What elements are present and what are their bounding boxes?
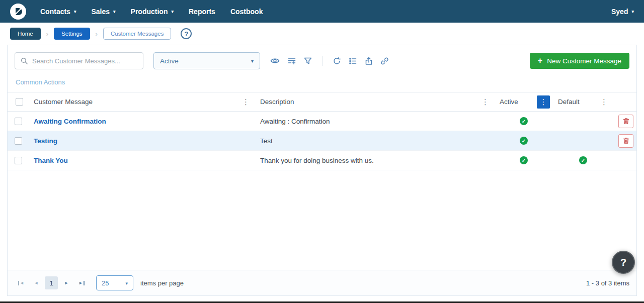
floating-help-button[interactable]: ?: [612, 251, 635, 274]
column-header-customer-message: Customer Message: [34, 98, 93, 106]
description-cell: Test: [255, 131, 495, 151]
chevron-right-icon: ›: [96, 30, 98, 38]
app-screen: Contacts ▾ Sales ▾ Production ▾ Reports …: [0, 0, 644, 303]
description-cell: Thank you for doing business with us.: [255, 151, 495, 170]
nav-item-reports[interactable]: Reports: [189, 8, 215, 16]
brand-logo[interactable]: [10, 4, 26, 20]
breadcrumb-settings[interactable]: Settings: [54, 28, 90, 40]
column-menu-icon[interactable]: ⋮: [479, 98, 492, 106]
delete-button[interactable]: [618, 134, 633, 148]
active-check-icon: ✓: [520, 156, 528, 164]
filter-icon[interactable]: [304, 57, 312, 65]
select-all-checkbox[interactable]: [16, 98, 23, 106]
customer-message-link[interactable]: Testing: [34, 137, 57, 145]
link-icon[interactable]: [380, 57, 389, 65]
active-check-icon: ✓: [520, 137, 528, 145]
next-page-button[interactable]: ►: [60, 276, 73, 289]
breadcrumb: Home › Settings › Customer Messages ?: [0, 23, 644, 45]
search-icon: [20, 57, 28, 65]
items-range-label: 1 - 3 of 3 items: [586, 279, 629, 287]
caret-down-icon: ▾: [113, 10, 116, 14]
toolbar-divider: [322, 56, 323, 66]
common-actions-link[interactable]: Common Actions: [8, 73, 73, 92]
customer-messages-table: Customer Message ⋮ Description ⋮ Active: [8, 92, 636, 170]
prev-page-button[interactable]: ◄: [30, 276, 43, 289]
new-customer-message-button[interactable]: + New Customer Message: [530, 53, 629, 69]
delete-button[interactable]: [618, 115, 633, 128]
grid-toolbar: Active ▾: [8, 45, 636, 73]
page-size-dropdown[interactable]: 25 ▾: [96, 275, 133, 290]
nav-item-contacts[interactable]: Contacts ▾: [40, 8, 76, 16]
toolbar-icons: [270, 56, 389, 66]
items-per-page-label: items per page: [140, 279, 184, 287]
caret-down-icon: ▾: [74, 10, 76, 14]
chevron-right-icon: ›: [46, 30, 48, 38]
page-size-value: 25: [102, 279, 109, 287]
nav-item-sales[interactable]: Sales ▾: [91, 8, 115, 16]
table-header-row: Customer Message ⋮ Description ⋮ Active: [8, 92, 636, 112]
export-icon[interactable]: [365, 57, 373, 65]
eye-icon[interactable]: [270, 56, 280, 65]
caret-down-icon: ▾: [171, 10, 174, 14]
status-filter-dropdown[interactable]: Active ▾: [153, 52, 260, 69]
trash-icon: [623, 118, 629, 125]
column-header-description: Description: [260, 98, 294, 106]
table-row: Awaiting Confirmation Awaiting : Confirm…: [8, 112, 636, 131]
description-cell: Awaiting : Confirmation: [255, 112, 495, 131]
search-input[interactable]: [32, 57, 138, 65]
column-header-active: Active: [500, 98, 518, 106]
first-page-button[interactable]: ◄: [15, 276, 28, 289]
breadcrumb-home[interactable]: Home: [10, 28, 41, 40]
plus-icon: +: [538, 57, 542, 65]
refresh-icon[interactable]: [333, 57, 341, 65]
grid-footer: ◄ ◄ 1 ► ► 25 ▾ items per page 1 - 3 of 3…: [8, 270, 636, 295]
search-box: [15, 52, 143, 69]
user-menu[interactable]: Syed ▾: [611, 8, 634, 16]
top-nav: Contacts ▾ Sales ▾ Production ▾ Reports …: [0, 0, 644, 23]
caret-down-icon: ▾: [631, 10, 634, 14]
row-checkbox[interactable]: [15, 157, 22, 164]
caret-down-icon: ▾: [251, 59, 254, 64]
brand-logo-glyph: [13, 7, 23, 17]
add-columns-icon[interactable]: [287, 56, 296, 65]
column-header-default: Default: [558, 98, 580, 106]
table-row: Testing Test ✓: [8, 131, 636, 151]
column-menu-icon[interactable]: ⋮: [239, 98, 252, 106]
status-filter-value: Active: [160, 57, 179, 65]
content-panel: Active ▾: [7, 45, 637, 296]
active-check-icon: ✓: [520, 117, 528, 125]
default-check-icon: ✓: [579, 156, 587, 164]
nav-item-production[interactable]: Production ▾: [131, 8, 174, 16]
table-row: Thank You Thank you for doing business w…: [8, 151, 636, 170]
column-menu-icon[interactable]: ⋮: [598, 98, 610, 106]
trash-icon: [623, 137, 629, 144]
breadcrumb-current[interactable]: Customer Messages: [103, 28, 171, 40]
last-page-button[interactable]: ►: [75, 276, 88, 289]
nav-item-costbook[interactable]: Costbook: [230, 8, 263, 16]
caret-down-icon: ▾: [125, 281, 128, 286]
list-view-icon[interactable]: [349, 57, 357, 65]
customer-message-link[interactable]: Awaiting Confirmation: [34, 118, 106, 125]
row-checkbox[interactable]: [15, 137, 22, 145]
page-number-button[interactable]: 1: [45, 276, 58, 289]
breadcrumb-help-icon[interactable]: ?: [181, 28, 192, 39]
main-menu: Contacts ▾ Sales ▾ Production ▾ Reports …: [40, 8, 263, 16]
column-menu-icon-active[interactable]: ⋮: [537, 95, 550, 109]
row-checkbox[interactable]: [15, 118, 22, 125]
customer-message-link[interactable]: Thank You: [34, 157, 68, 164]
